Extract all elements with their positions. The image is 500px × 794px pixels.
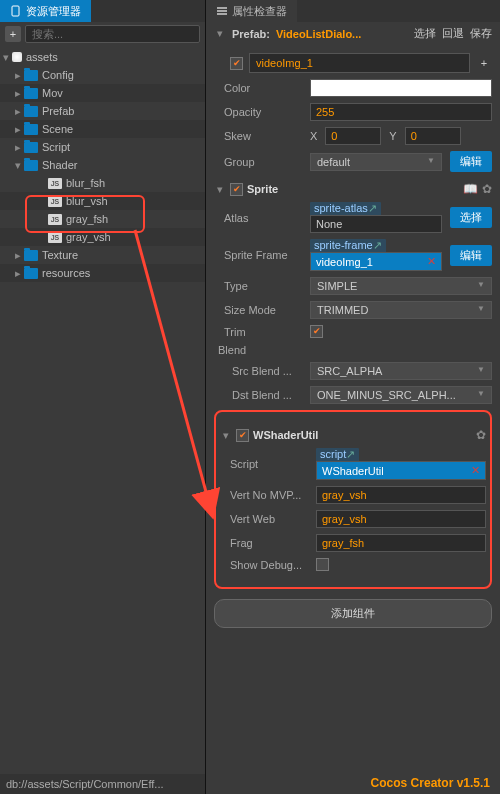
node-name-input[interactable] xyxy=(249,53,470,73)
folder-icon xyxy=(24,88,38,99)
node-enabled-checkbox[interactable] xyxy=(230,57,243,70)
prefab-back-button[interactable]: 回退 xyxy=(442,26,464,41)
file-item[interactable]: gray_fsh xyxy=(66,213,108,225)
chevron-down-icon: ▾ xyxy=(214,27,226,40)
folder-icon xyxy=(24,250,38,261)
type-select[interactable]: SIMPLE xyxy=(310,277,492,295)
srcblend-select[interactable]: SRC_ALPHA xyxy=(310,362,492,380)
svg-rect-2 xyxy=(217,10,227,12)
folder-icon xyxy=(24,124,38,135)
atlas-select-button[interactable]: 选择 xyxy=(450,207,492,228)
sprite-title: Sprite xyxy=(247,183,459,195)
add-component-icon[interactable]: + xyxy=(476,55,492,71)
asset-tree[interactable]: ▾assets ▸Config▸Mov▸Prefab▸Scene▸Script … xyxy=(0,46,205,774)
trim-checkbox[interactable] xyxy=(310,325,323,338)
file-item[interactable]: blur_vsh xyxy=(66,195,108,207)
database-icon xyxy=(12,52,22,62)
footer-version: Cocos Creator v1.5.1 xyxy=(371,776,490,790)
tab-inspector[interactable]: 属性检查器 xyxy=(206,0,297,22)
folder-item[interactable]: Texture xyxy=(42,249,78,261)
tab-inspector-label: 属性检查器 xyxy=(232,4,287,19)
close-icon[interactable]: ✕ xyxy=(427,255,436,268)
folder-icon xyxy=(24,268,38,279)
folder-item[interactable]: Prefab xyxy=(42,105,74,117)
prefab-label: Prefab: xyxy=(232,28,270,40)
atlas-field[interactable]: sprite-atlas↗ None xyxy=(310,202,442,233)
opacity-input[interactable] xyxy=(310,103,492,121)
close-icon[interactable]: ✕ xyxy=(471,464,480,477)
chevron-down-icon[interactable]: ▾ xyxy=(220,429,232,442)
group-select[interactable]: default xyxy=(310,153,442,171)
sizemode-select[interactable]: TRIMMED xyxy=(310,301,492,319)
wsu-title: WShaderUtil xyxy=(253,429,472,441)
js-icon: JS xyxy=(48,196,62,207)
vert-web-value[interactable]: gray_vsh xyxy=(322,513,367,525)
gear-icon[interactable]: ✿ xyxy=(482,182,492,196)
search-input[interactable] xyxy=(25,25,200,43)
tab-assets-label: 资源管理器 xyxy=(26,4,81,19)
folder-icon xyxy=(24,70,38,81)
frag-value[interactable]: gray_fsh xyxy=(322,537,364,549)
folder-shader[interactable]: Shader xyxy=(42,159,77,171)
spriteframe-edit-button[interactable]: 编辑 xyxy=(450,245,492,266)
show-debug-checkbox[interactable] xyxy=(316,558,329,571)
svg-rect-0 xyxy=(12,6,19,16)
wsu-enabled-checkbox[interactable] xyxy=(236,429,249,442)
status-bar: db://assets/Script/Common/Eff... xyxy=(0,774,205,794)
sprite-enabled-checkbox[interactable] xyxy=(230,183,243,196)
prefab-name: VideoListDialo... xyxy=(276,28,408,40)
file-icon xyxy=(10,5,22,17)
skew-y-input[interactable] xyxy=(405,127,461,145)
vert-no-mvp-value[interactable]: gray_vsh xyxy=(322,489,367,501)
wshaderutil-section: ▾ WShaderUtil ✿ Script script↗ WShaderUt… xyxy=(214,410,492,589)
tree-root[interactable]: assets xyxy=(26,51,58,63)
chevron-down-icon[interactable]: ▾ xyxy=(214,183,226,196)
folder-item[interactable]: Mov xyxy=(42,87,63,99)
tab-assets[interactable]: 资源管理器 xyxy=(0,0,91,22)
list-icon xyxy=(216,5,228,17)
spriteframe-field[interactable]: sprite-frame↗ videoImg_1✕ xyxy=(310,239,442,271)
folder-icon xyxy=(24,142,38,153)
svg-rect-3 xyxy=(217,13,227,15)
folder-icon xyxy=(24,160,38,171)
color-swatch[interactable] xyxy=(310,79,492,97)
add-component-button[interactable]: 添加组件 xyxy=(214,599,492,628)
file-item[interactable]: gray_vsh xyxy=(66,231,111,243)
dstblend-select[interactable]: ONE_MINUS_SRC_ALPH... xyxy=(310,386,492,404)
js-icon: JS xyxy=(48,178,62,189)
folder-icon xyxy=(24,106,38,117)
script-field[interactable]: script↗ WShaderUtil✕ xyxy=(316,448,486,480)
prefab-select-button[interactable]: 选择 xyxy=(414,26,436,41)
folder-item[interactable]: Config xyxy=(42,69,74,81)
gear-icon[interactable]: ✿ xyxy=(476,428,486,442)
add-asset-button[interactable]: + xyxy=(5,26,21,42)
folder-item[interactable]: Script xyxy=(42,141,70,153)
js-icon: JS xyxy=(48,214,62,225)
skew-x-input[interactable] xyxy=(325,127,381,145)
folder-item[interactable]: Scene xyxy=(42,123,73,135)
folder-item[interactable]: resources xyxy=(42,267,90,279)
prefab-save-button[interactable]: 保存 xyxy=(470,26,492,41)
svg-rect-1 xyxy=(217,7,227,9)
js-icon: JS xyxy=(48,232,62,243)
group-edit-button[interactable]: 编辑 xyxy=(450,151,492,172)
book-icon[interactable]: 📖 xyxy=(463,182,478,196)
file-item[interactable]: blur_fsh xyxy=(66,177,105,189)
